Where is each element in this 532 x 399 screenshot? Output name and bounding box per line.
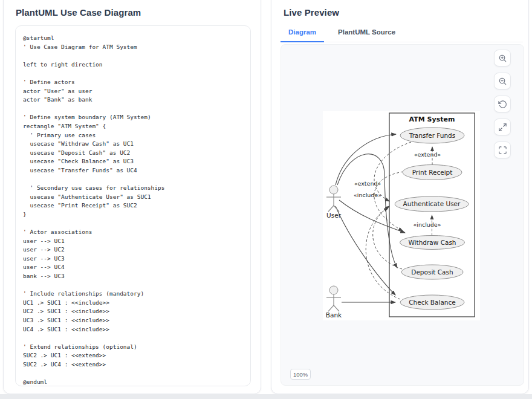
actor-user: User [326,186,342,219]
assoc-user-deposit [337,154,397,268]
reset-view-icon [498,100,507,109]
editor-panel-title: PlantUML Use Case Diagram [16,7,141,18]
actor-bank: Bank [326,286,342,319]
editor-panel: PlantUML Use Case Diagram @startuml ' Us… [3,0,261,394]
usecase-print-receipt: Print Receipt [403,165,462,180]
svg-text:Check Balance: Check Balance [409,299,456,306]
bottom-strip [0,394,532,399]
preview-toolbar [494,50,511,158]
tab-bar: Diagram PlantUML Source [281,27,523,42]
stereotype-extend-label: «extend» [354,180,381,187]
svg-text:Bank: Bank [326,311,342,319]
diagram-viewport[interactable]: ATM System «extend» «in [281,44,524,386]
usecase-authenticate-user: Authenticate User [395,196,469,212]
stereotype-include-label: «include» [354,192,381,198]
svg-text:Print Receipt: Print Receipt [412,169,453,176]
usecase-check-balance: Check Balance [400,295,464,310]
zoom-in-button[interactable] [494,50,511,66]
system-boundary-rect [389,113,475,317]
svg-text:Deposit Cash: Deposit Cash [411,268,453,276]
zoom-level-badge: 100% [290,369,311,380]
fullscreen-button[interactable] [494,141,511,158]
svg-text:Withdraw Cash: Withdraw Cash [408,239,456,246]
reset-view-button[interactable] [494,96,511,112]
stereotype-extend-label: «extend» [414,151,441,158]
usecase-withdraw-cash: Withdraw Cash [400,236,465,250]
zoom-in-icon [498,54,507,63]
preview-panel: Live Preview Diagram PlantUML Source [271,0,529,394]
system-boundary-label: ATM System [409,115,455,123]
svg-text:User: User [326,212,342,219]
tab-diagram[interactable]: Diagram [281,27,324,42]
usecase-deposit-cash: Deposit Cash [401,265,463,279]
expand-icon [498,123,507,132]
assoc-user-transfer [336,134,396,185]
svg-text:Authenticate User: Authenticate User [403,200,461,207]
zoom-out-button[interactable] [494,73,511,89]
diagram-canvas: ATM System «extend» «in [323,111,480,320]
expand-button[interactable] [494,118,511,135]
svg-text:Transfer Funds: Transfer Funds [409,132,455,139]
plantuml-code: @startuml ' Use Case Diagram for ATM Sys… [16,26,250,386]
page: PlantUML Use Case Diagram @startuml ' Us… [0,0,532,399]
tab-plantuml-source[interactable]: PlantUML Source [330,27,403,42]
stereotype-include-label: «include» [413,221,441,228]
zoom-out-icon [498,77,507,86]
code-card: @startuml ' Use Case Diagram for ATM Sys… [15,25,251,386]
fullscreen-icon [498,146,507,155]
uml-use-case-diagram: ATM System «extend» «in [323,111,480,320]
preview-panel-title: Live Preview [284,7,339,18]
usecase-transfer-funds: Transfer Funds [400,128,464,143]
